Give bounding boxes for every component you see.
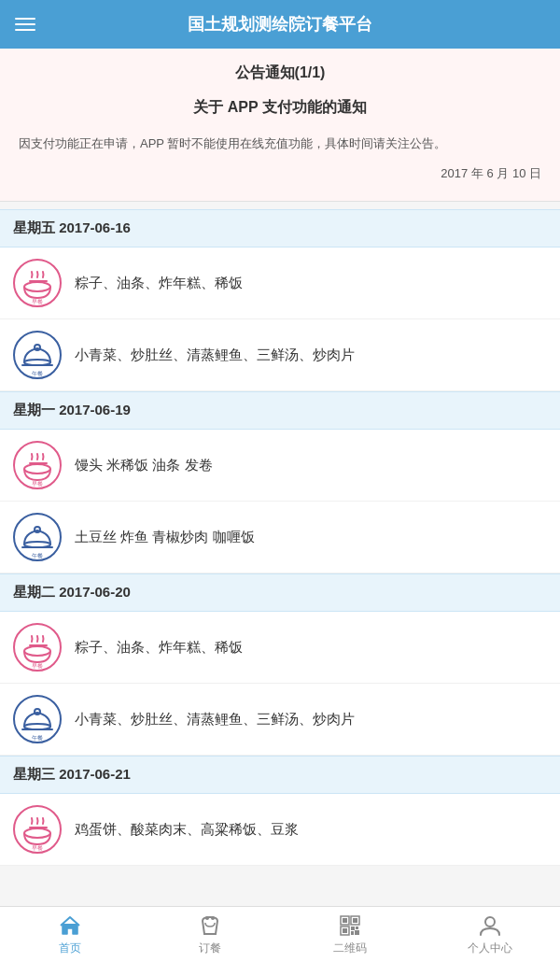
meal-row[interactable]: 早餐 鸡蛋饼、酸菜肉末、高粱稀饭、豆浆 (0, 794, 560, 866)
nav-label-qrcode: 二维码 (333, 941, 367, 956)
svg-point-31 (205, 916, 209, 920)
profile-icon (478, 913, 502, 938)
svg-text:早餐: 早餐 (32, 663, 43, 669)
meal-row[interactable]: 午餐 小青菜、炒肚丝、清蒸鲤鱼、三鲜汤、炒肉片 (0, 319, 560, 391)
lunch-icon: 午餐 (13, 331, 62, 379)
svg-text:午餐: 午餐 (32, 553, 43, 559)
qrcode-icon (338, 913, 362, 938)
svg-point-43 (485, 917, 495, 927)
svg-text:午餐: 午餐 (32, 371, 43, 376)
meal-items: 鸡蛋饼、酸菜肉末、高粱稀饭、豆浆 (75, 819, 299, 841)
breakfast-icon: 早餐 (13, 805, 62, 854)
notice-section: 公告通知(1/1) 关于 APP 支付功能的通知 因支付功能正在申请，APP 暂… (0, 49, 560, 202)
menu-section: 星期五 2017-06-16 早餐 粽子、油条、炸年糕、稀饭 午餐 小青菜、炒肚… (0, 209, 560, 866)
meal-row[interactable]: 早餐 粽子、油条、炸年糕、稀饭 (0, 612, 560, 684)
breakfast-icon: 早餐 (13, 623, 62, 672)
svg-rect-36 (353, 918, 357, 923)
day-header-3: 星期三 2017-06-21 (0, 756, 560, 794)
meal-row[interactable]: 早餐 粽子、油条、炸年糕、稀饭 (0, 248, 560, 319)
meal-row[interactable]: 早餐 馒头 米稀饭 油条 发卷 (0, 430, 560, 502)
svg-point-32 (211, 916, 215, 920)
nav-label-order: 订餐 (199, 941, 221, 956)
nav-label-profile: 个人中心 (468, 941, 512, 956)
nav-item-order[interactable]: 订餐 (140, 907, 280, 962)
svg-rect-39 (351, 927, 355, 930)
day-header-2: 星期二 2017-06-20 (0, 573, 560, 612)
breakfast-icon: 早餐 (13, 259, 62, 307)
nav-label-home: 首页 (59, 941, 81, 956)
svg-rect-38 (343, 928, 347, 933)
breakfast-icon: 早餐 (13, 441, 62, 489)
svg-rect-40 (356, 927, 358, 929)
svg-text:早餐: 早餐 (32, 299, 43, 304)
meal-items: 粽子、油条、炸年糕、稀饭 (75, 637, 243, 658)
lunch-icon: 午餐 (13, 513, 62, 561)
meal-row[interactable]: 午餐 小青菜、炒肚丝、清蒸鲤鱼、三鲜汤、炒肉片 (0, 684, 560, 756)
notice-title: 公告通知(1/1) (19, 64, 541, 83)
day-header-0: 星期五 2017-06-16 (0, 209, 560, 248)
nav-item-qrcode[interactable]: 二维码 (280, 907, 420, 962)
day-header-1: 星期一 2017-06-19 (0, 391, 560, 430)
order-icon (198, 913, 222, 938)
svg-rect-42 (355, 930, 359, 935)
meal-items: 小青菜、炒肚丝、清蒸鲤鱼、三鲜汤、炒肉片 (75, 345, 355, 366)
svg-rect-41 (351, 931, 354, 935)
svg-text:早餐: 早餐 (32, 845, 43, 851)
meal-items: 馒头 米稀饭 油条 发卷 (75, 455, 213, 476)
menu-button[interactable] (15, 18, 35, 31)
notice-date: 2017 年 6 月 10 日 (19, 165, 541, 182)
notice-subtitle: 关于 APP 支付功能的通知 (19, 98, 541, 118)
meal-items: 小青菜、炒肚丝、清蒸鲤鱼、三鲜汤、炒肉片 (75, 709, 355, 730)
meal-items: 粽子、油条、炸年糕、稀饭 (75, 273, 243, 294)
app-header: 国土规划测绘院订餐平台 (0, 0, 560, 49)
svg-text:早餐: 早餐 (32, 481, 43, 487)
meal-row[interactable]: 午餐 土豆丝 炸鱼 青椒炒肉 咖喱饭 (0, 502, 560, 573)
nav-item-profile[interactable]: 个人中心 (420, 907, 560, 962)
app-title: 国土规划测绘院订餐平台 (15, 13, 545, 35)
nav-item-home[interactable]: 首页 (0, 907, 140, 962)
svg-text:午餐: 午餐 (32, 735, 43, 741)
main-content: 公告通知(1/1) 关于 APP 支付功能的通知 因支付功能正在申请，APP 暂… (0, 49, 560, 906)
lunch-icon: 午餐 (13, 695, 62, 743)
notice-body: 因支付功能正在申请，APP 暂时不能使用在线充值功能，具体时间请关注公告。 (19, 133, 541, 154)
svg-rect-34 (343, 918, 347, 923)
home-icon (58, 913, 82, 938)
meal-items: 土豆丝 炸鱼 青椒炒肉 咖喱饭 (75, 527, 255, 548)
bottom-nav: 首页 订餐 二维码 个人中心 (0, 906, 560, 962)
